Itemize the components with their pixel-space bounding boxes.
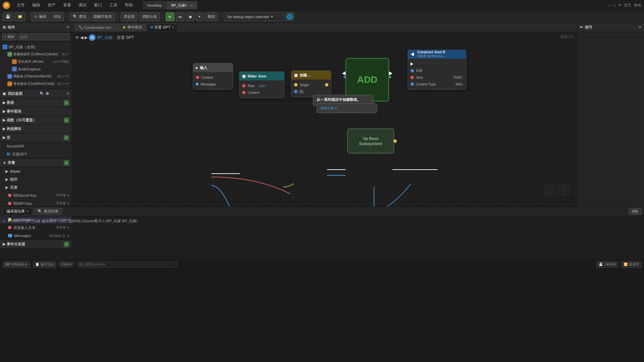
close-components-icon[interactable]: ✕ (66, 25, 69, 29)
nav-back-btn[interactable]: ◀ (80, 35, 83, 40)
variables-header[interactable]: ▼ 变量 + (0, 159, 72, 167)
compiler-results-tab[interactable]: 编译器结果 ✕ (3, 208, 33, 215)
var-item-azure[interactable]: ▶ Azure (0, 167, 72, 175)
step-btn[interactable]: ⏭ (176, 12, 184, 21)
menu-debug[interactable]: 调试 (75, 1, 90, 9)
comp-item-bp-player[interactable]: 👤 BP_玩家（自我） (0, 43, 72, 51)
input-node[interactable]: ▶ 输入 Content Messages (193, 63, 233, 90)
target-dot (294, 83, 298, 86)
constructs-section[interactable]: ▶ 构造脚本 (0, 125, 72, 133)
components-panel: ⊞ 组件 ✕ + 添加 👤 BP_玩家（自我） ⬭ 胶囊体组件 (Collisi… (0, 23, 72, 89)
menu-view[interactable]: 查看 (60, 1, 74, 9)
canvas-tab-baidu-gpt[interactable]: M 百度 GPT ✕ (147, 24, 178, 31)
m-icon: M (7, 152, 10, 157)
close-tab-icon[interactable]: ✕ (190, 4, 193, 7)
my-blueprints-panel: ◼ 我的蓝图 🔍 ⚙ ✕ ▶ 图表 + ▶ 事件图表 (0, 89, 72, 158)
chevron-constr-icon: ▶ (3, 127, 5, 131)
unsaved-indicator[interactable]: 💾 1未保存 (596, 261, 619, 268)
add-variable-btn[interactable]: + (64, 160, 69, 166)
baidu-gpt-item[interactable]: M 百度GPT (0, 150, 72, 158)
maximize-btn[interactable]: □ (613, 3, 615, 7)
close-compiler-tab-icon[interactable]: ✕ (26, 209, 29, 213)
close-canvas-tab-icon[interactable]: ✕ (172, 25, 174, 29)
globe-btn[interactable]: 🌐 (285, 12, 294, 21)
add-component-btn[interactable]: + 添加 (2, 34, 16, 40)
add-macro-btn[interactable]: + (64, 135, 69, 140)
add-function-btn[interactable]: + (64, 118, 69, 123)
azure-asr-item[interactable]: AzureASR (0, 142, 72, 150)
add-graph-btn[interactable]: + (64, 100, 69, 106)
graphs-section[interactable]: ▶ 图表 + (0, 99, 72, 107)
canvas-tab-construction[interactable]: 🔧 Construction Scr... (75, 24, 118, 31)
functions-section[interactable]: ▶ 函数（31可覆盖） + (0, 116, 72, 125)
close-details-icon[interactable]: ✕ (638, 25, 641, 29)
var-dropdown-icon2[interactable]: ▾ (67, 202, 69, 205)
var-dropdown-icon[interactable]: ▾ (67, 194, 69, 197)
event-graphs-section[interactable]: ▶ 事件图表 (0, 107, 72, 116)
class-defaults-btn[interactable]: 类默认值 (139, 12, 160, 21)
find-btn[interactable]: 🔍 查找 (70, 12, 89, 21)
macros-section[interactable]: ▶ 宏 + (0, 133, 72, 142)
menu-help[interactable]: 帮助 (121, 1, 136, 9)
var-item-baidu[interactable]: ▶ 百度 (0, 183, 72, 191)
menu-file[interactable]: 文件 (13, 1, 28, 9)
browse-btn[interactable]: 📁 (15, 12, 25, 21)
nav-forward-btn[interactable]: ▶ (85, 35, 88, 40)
output-log-btn[interactable]: 📋 输出日志 (33, 261, 56, 268)
simulate-btn[interactable]: 模拟 (205, 12, 218, 21)
find-results-tab[interactable]: 🔍 查找结果 (34, 208, 62, 215)
comp-item-arrow[interactable]: → 箭头组件 (Arrow) 在C+中继链 (0, 58, 72, 65)
cj-target-dot (411, 69, 414, 72)
var-item-components[interactable]: ▶ 组件 (0, 175, 72, 183)
close-btn[interactable]: ✕ (618, 3, 621, 7)
tab-newmap[interactable]: NewMap (143, 1, 166, 9)
more-btn[interactable]: ▾ (196, 12, 203, 21)
compile-btn[interactable]: ⚙ 编译 (31, 12, 49, 21)
menu-edit[interactable]: 编辑 (29, 1, 44, 9)
clear-log-btn[interactable]: 清除 (629, 208, 641, 215)
tab-bp-player[interactable]: BP_玩家• ✕ (167, 1, 197, 9)
settings-bp-icon[interactable]: ⚙ (46, 92, 49, 96)
details-panel: ✏ 缩节 ✕ (577, 23, 644, 206)
diff-btn[interactable]: 对比 (51, 12, 64, 21)
make-json-header: ▦ Make Json (239, 72, 284, 80)
minimize-btn[interactable]: ─ (608, 3, 611, 7)
add-pin-link[interactable]: 添加引脚 ⊕ (317, 104, 377, 113)
comp-item-audio[interactable]: ♪ AudioCapture (0, 65, 72, 73)
cmd-dropdown-icon[interactable]: ▾ (70, 262, 71, 266)
components-search-input[interactable] (18, 34, 70, 40)
make-json-node[interactable]: ▦ Make Json Role user Content (239, 71, 284, 98)
source-control-btn[interactable]: 🔀 源管理 (621, 261, 641, 268)
controls-btn[interactable]: ⌨ 控制台命令 (3, 261, 30, 268)
menu-tools[interactable]: 工具 (106, 1, 121, 9)
comp-item-mesh[interactable]: ⬡ 网格体 (CharacterMesh0) 在C++中 (0, 73, 72, 80)
close-bp-icon[interactable]: ✕ (66, 92, 69, 96)
construct-json-node[interactable]: Construct Json R 目标是 Va Rest Su... 目标 Ve… (408, 50, 466, 90)
class-settings-btn[interactable]: 类设置 (121, 12, 138, 21)
console-input[interactable] (76, 261, 177, 267)
azure-expand-icon: ▶ (5, 169, 8, 174)
va-rest-subsystem-node[interactable]: Va Rest Subsystem (347, 128, 394, 154)
debug-dropdown[interactable]: No debug object selected ▾ (224, 12, 284, 21)
construct-json-header: Construct Json R 目标是 Va Rest Su... (408, 50, 466, 59)
build-node[interactable]: ▦ 创建… Target [0] (291, 70, 331, 97)
components-header: ⊞ 组件 ✕ (0, 23, 72, 32)
search-bp-icon[interactable]: 🔍 (40, 92, 44, 96)
window-label-1: 交叉 (624, 3, 631, 8)
menu-window[interactable]: 窗口 (91, 1, 105, 9)
stop-btn[interactable]: ⏹ (186, 12, 195, 21)
comp-item-movement[interactable]: ↗ 角色移动 (CharMoveComp) 在C++中 (0, 80, 72, 87)
connections-svg (72, 43, 577, 206)
canvas-tab-events[interactable]: ⚡ 事件图表 (118, 24, 146, 31)
var-bdsecret[interactable]: BDSecret Key 字符串 ▾ (0, 191, 72, 199)
zero-dot (294, 90, 298, 93)
blueprint-canvas[interactable]: 🔧 Construction Scr... ⚡ 事件图表 M 百度 GPT ✕ … (72, 23, 577, 206)
var-bdapi[interactable]: BDAPI Key 字符串 ▾ (0, 199, 72, 207)
window-label-2: 角色 (634, 3, 641, 8)
my-blueprints-header: ◼ 我的蓝图 🔍 ⚙ ✕ (0, 89, 72, 99)
play-btn[interactable]: ▶ (166, 12, 174, 21)
menu-asset[interactable]: 资产 (44, 1, 59, 9)
save-btn[interactable]: 💾 (3, 12, 13, 21)
comp-item-capsule[interactable]: ⬭ 胶囊体组件 (CollisionCylinder) 在C+ (0, 51, 72, 58)
hide-btn[interactable]: 隐藏不相关 (91, 12, 115, 21)
